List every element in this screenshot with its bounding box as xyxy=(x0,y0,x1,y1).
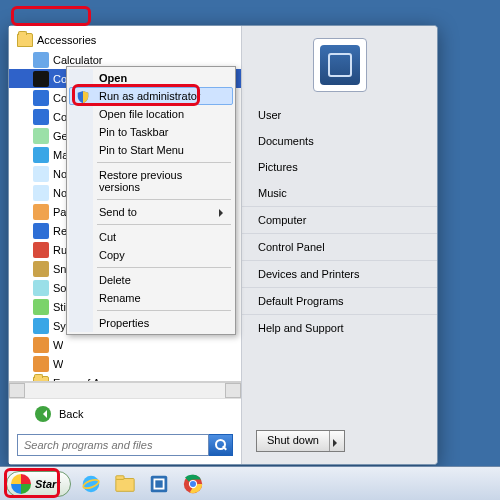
app-icon xyxy=(33,280,49,296)
app-icon xyxy=(33,204,49,220)
program-label: Sy xyxy=(53,317,66,335)
right-pane-link[interactable]: Computer xyxy=(242,207,437,234)
search-input[interactable] xyxy=(17,434,209,456)
taskbar-chrome-icon[interactable] xyxy=(179,471,207,497)
app-icon xyxy=(33,71,49,87)
shield-icon xyxy=(76,90,90,104)
windows-orb-icon xyxy=(11,474,31,494)
program-label: Sn xyxy=(53,260,66,278)
user-tile[interactable] xyxy=(313,38,367,92)
subfolder-label: Ease of Access xyxy=(53,374,128,383)
app-icon xyxy=(33,109,49,125)
app-icon xyxy=(33,166,49,182)
ctx-cut[interactable]: Cut xyxy=(69,228,233,246)
program-label: Pa xyxy=(53,203,66,221)
right-pane-link[interactable]: Devices and Printers xyxy=(242,261,437,288)
app-icon xyxy=(33,147,49,163)
start-label: Start xyxy=(35,478,60,490)
right-pane-link[interactable]: Control Panel xyxy=(242,234,437,261)
program-item[interactable]: W xyxy=(9,354,241,373)
right-links: UserDocumentsPicturesMusicComputerContro… xyxy=(242,102,437,420)
program-label: No xyxy=(53,165,67,183)
accessories-folder[interactable]: Accessories xyxy=(9,30,241,50)
ctx-pin-taskbar[interactable]: Pin to Taskbar xyxy=(69,123,233,141)
taskbar: Start xyxy=(0,466,500,500)
program-label: So xyxy=(53,279,66,297)
app-icon xyxy=(33,337,49,353)
taskbar-ie-icon[interactable] xyxy=(77,471,105,497)
search-button[interactable] xyxy=(209,434,233,456)
ctx-pin-start[interactable]: Pin to Start Menu xyxy=(69,141,233,159)
program-label: No xyxy=(53,184,67,202)
user-tile-icon xyxy=(320,45,360,85)
right-pane-link[interactable]: Default Programs xyxy=(242,288,437,315)
back-label: Back xyxy=(59,408,83,420)
program-label: Co xyxy=(53,108,67,126)
svg-rect-3 xyxy=(116,475,124,479)
ctx-properties[interactable]: Properties xyxy=(69,314,233,332)
app-icon xyxy=(33,261,49,277)
folder-icon xyxy=(17,33,33,47)
program-item[interactable]: W xyxy=(9,335,241,354)
taskbar-app-icon[interactable] xyxy=(145,471,173,497)
app-icon xyxy=(33,185,49,201)
ctx-open-location[interactable]: Open file location xyxy=(69,105,233,123)
folder-label: Accessories xyxy=(37,31,96,49)
back-arrow-icon xyxy=(35,406,51,422)
horizontal-scrollbar[interactable] xyxy=(9,382,241,398)
program-label: Re xyxy=(53,222,67,240)
shutdown-menu-arrow[interactable] xyxy=(330,431,344,451)
ctx-rename[interactable]: Rename xyxy=(69,289,233,307)
right-pane-link[interactable]: Music xyxy=(242,180,437,207)
program-label: W xyxy=(53,336,63,354)
ctx-run-as-admin[interactable]: Run as administrator xyxy=(69,87,233,105)
right-pane-link[interactable]: Documents xyxy=(242,128,437,154)
app-icon xyxy=(33,318,49,334)
taskbar-explorer-icon[interactable] xyxy=(111,471,139,497)
shutdown-button[interactable]: Shut down xyxy=(256,430,345,452)
svg-rect-2 xyxy=(116,478,134,491)
app-icon xyxy=(33,299,49,315)
start-menu-right: UserDocumentsPicturesMusicComputerContro… xyxy=(241,26,437,464)
ctx-open[interactable]: Open xyxy=(69,69,233,87)
svg-point-8 xyxy=(190,480,196,486)
subfolder-item[interactable]: Ease of Access xyxy=(9,373,241,382)
right-pane-link[interactable]: User xyxy=(242,102,437,128)
ctx-delete[interactable]: Delete xyxy=(69,271,233,289)
svg-rect-4 xyxy=(151,475,168,492)
right-pane-link[interactable]: Help and Support xyxy=(242,315,437,341)
right-pane-link[interactable]: Pictures xyxy=(242,154,437,180)
search-wrap xyxy=(9,428,241,464)
ctx-copy[interactable]: Copy xyxy=(69,246,233,264)
program-label: Sti xyxy=(53,298,66,316)
highlight-accessories xyxy=(11,6,91,26)
app-icon xyxy=(33,128,49,144)
app-icon xyxy=(33,52,49,68)
shutdown-label: Shut down xyxy=(257,431,330,451)
program-label: W xyxy=(53,355,63,373)
app-icon xyxy=(33,356,49,372)
app-icon xyxy=(33,223,49,239)
program-label: Co xyxy=(53,89,67,107)
start-button[interactable]: Start xyxy=(6,471,71,497)
app-icon xyxy=(33,90,49,106)
app-icon xyxy=(33,242,49,258)
ctx-restore[interactable]: Restore previous versions xyxy=(69,166,233,196)
submenu-arrow-icon xyxy=(219,209,227,217)
context-menu: Open Run as administrator Open file loca… xyxy=(66,66,236,335)
ctx-send-to[interactable]: Send to xyxy=(69,203,233,221)
program-label: Ru xyxy=(53,241,67,259)
back-button[interactable]: Back xyxy=(9,398,241,428)
